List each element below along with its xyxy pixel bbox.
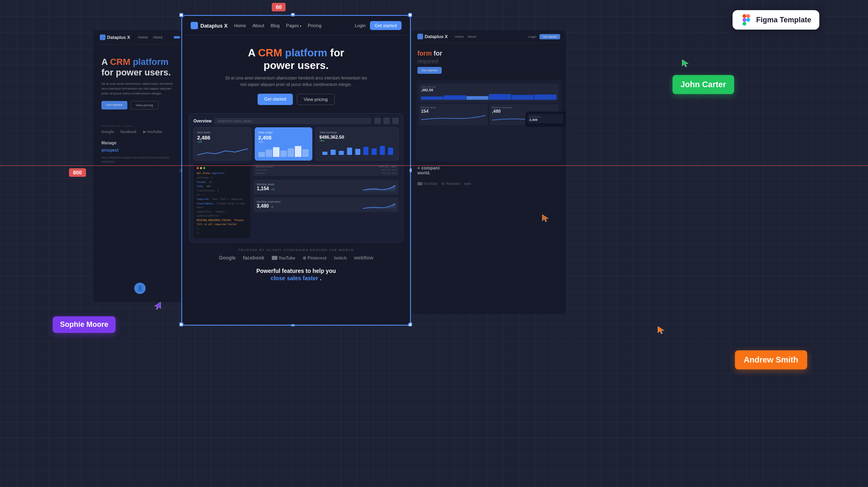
- brand-webflow: webflow: [354, 255, 373, 261]
- left-avatar: 👤: [134, 283, 146, 294]
- svg-rect-1: [331, 150, 335, 155]
- svg-rect-9: [743, 14, 746, 18]
- right-subtext: required: [417, 58, 560, 64]
- nav-about[interactable]: About: [253, 23, 264, 28]
- right-cta-btn[interactable]: Get started: [417, 67, 442, 74]
- left-get-started-btn[interactable]: Get started: [101, 101, 127, 109]
- guide-line-horizontal: [0, 165, 868, 166]
- right-page-preview: Dataplus X Home About Login Get started …: [412, 30, 566, 314]
- trusted-title: TRUSTED BY 10,000+ COMPANIES AROUND THE …: [189, 248, 403, 252]
- left-trusted-label: TRUSTED BY 10,000+: [101, 125, 178, 127]
- right-manage-title: + compani: [417, 165, 560, 170]
- main-nav: Dataplus X Home About Blog Pages Pricing…: [183, 16, 410, 35]
- svg-rect-11: [743, 18, 746, 21]
- features-section-text: Powerful features to help you close sale…: [183, 267, 410, 282]
- right-brand-youtube: YouTube: [417, 182, 437, 186]
- features-close-text: close: [271, 275, 285, 281]
- dashboard-icon-2: [383, 118, 390, 124]
- right-deals-value: 154: [421, 109, 486, 114]
- code-panel: dpl.forms.register( settings: { format: …: [193, 164, 250, 238]
- left-nav-cta: [174, 36, 180, 39]
- right-nav-about: About: [468, 35, 476, 39]
- main-hero-buttons: Get started View pricing: [192, 94, 400, 105]
- svg-rect-6: [372, 148, 376, 155]
- main-hero-headline: A CRM platform forpower users.: [192, 47, 400, 72]
- dashboard-lower: dpl.forms.register( settings: { format: …: [193, 164, 399, 238]
- main-get-started-btn[interactable]: Get started: [258, 94, 292, 105]
- right-cursor: [541, 214, 550, 225]
- stat-data-usage-value: 2,408: [258, 135, 309, 141]
- right-trusted: YouTube ⊕ Pinterest web: [412, 179, 566, 188]
- right-phone-mockup: QuadAnatica 2,408: [525, 112, 566, 127]
- features-period: .: [320, 275, 322, 281]
- stat-earnings-label: Total earnings: [319, 131, 395, 134]
- svg-rect-4: [355, 149, 360, 155]
- selection-handle-top-right[interactable]: [408, 13, 412, 17]
- nav-pages[interactable]: Pages: [286, 23, 301, 28]
- main-view-pricing-btn[interactable]: View pricing: [297, 94, 335, 105]
- selection-handle-top-left[interactable]: [179, 13, 183, 17]
- svg-rect-10: [746, 14, 750, 18]
- brand-logos-row: Google facebook YouTube ⊕ Pinterest twit…: [189, 255, 403, 261]
- metric-deals-value: 1,154: [257, 186, 269, 191]
- svg-rect-2: [339, 151, 344, 155]
- left-brand-youtube: ▶ YouTube: [143, 130, 162, 134]
- stat-earnings-value: $486,362.50: [319, 135, 395, 139]
- right-hero: form for required Get started: [412, 43, 566, 80]
- dashboard-preview: Overview Search for users, deals... New …: [189, 113, 403, 242]
- left-hero: A CRM platform for power users. Sit at u…: [93, 45, 187, 122]
- metric-deals-label: Monthly deals: [257, 183, 275, 186]
- left-brand-facebook: facebook: [120, 130, 137, 134]
- right-phone-stats: QuadAnatica 2,408: [528, 114, 563, 123]
- svg-rect-7: [380, 146, 385, 155]
- svg-rect-3: [347, 148, 352, 155]
- right-nav-login: Login: [529, 35, 537, 39]
- left-brand-logos: Google facebook ▶ YouTube: [101, 130, 178, 134]
- right-stat-earnings: Total earnings ,382.50: [419, 84, 559, 102]
- left-hero-headline: A CRM platform for power users.: [101, 57, 178, 78]
- svg-point-13: [746, 18, 750, 21]
- nav-home[interactable]: Home: [234, 23, 246, 28]
- right-logo: Dataplus X: [417, 34, 448, 39]
- left-view-pricing-btn[interactable]: View pricing: [131, 101, 159, 109]
- andrew-smith-name: Andrew Smith: [744, 355, 798, 364]
- sophie-moore-name: Sophie Moore: [60, 320, 108, 328]
- code-window-dots: [197, 167, 247, 169]
- right-nav-cta[interactable]: Get started: [539, 34, 560, 39]
- stat-new-leads: New leads 2,486 +2%: [193, 127, 251, 161]
- right-manage-subtitle: world.: [417, 170, 560, 175]
- andrew-smith-badge: Andrew Smith: [735, 350, 807, 369]
- width-label: 60: [272, 3, 286, 11]
- stat-data-usage-label: Data usage: [258, 131, 309, 134]
- main-logo: Dataplus X: [191, 22, 228, 29]
- left-nav-links: Home About: [138, 35, 163, 39]
- right-phone-value: 2,408: [529, 118, 562, 122]
- svg-rect-12: [743, 22, 746, 26]
- cursor-orange: [657, 326, 665, 337]
- dashboard-search[interactable]: Search for users, deals...: [215, 118, 371, 124]
- right-earnings-value: ,382.50: [421, 88, 556, 92]
- right-nav-right: Login Get started: [529, 34, 560, 39]
- left-prospect-text: prospect: [101, 148, 118, 152]
- metrics-panel: dpl.forms.name APR: 027 - MAY contactsfo…: [254, 164, 399, 238]
- figma-template-badge: Figma Template: [733, 10, 819, 30]
- right-nav-home: Home: [455, 35, 464, 39]
- nav-cta[interactable]: Get started: [370, 21, 402, 30]
- nav-login[interactable]: Login: [355, 23, 366, 28]
- brand-facebook: facebook: [243, 255, 264, 261]
- left-page-preview: Dataplus X Home About A CRM platform for…: [93, 30, 187, 302]
- figma-template-label: Figma Template: [756, 16, 811, 24]
- right-metric-deals: Monthly deals 154: [419, 104, 488, 125]
- metric-deals-change: +14: [271, 188, 275, 191]
- main-nav-right: Login Get started: [355, 21, 402, 30]
- nav-pricing[interactable]: Pricing: [308, 23, 322, 28]
- stat-new-leads-value: 2,486: [197, 135, 248, 141]
- left-brand-google: Google: [101, 130, 114, 134]
- youtube-icon: [272, 256, 277, 260]
- left-hero-btns: Get started View pricing: [101, 101, 178, 109]
- features-sales-faster-text: sales faster: [287, 275, 318, 281]
- dashboard-header: Overview Search for users, deals...: [193, 118, 399, 124]
- nav-blog[interactable]: Blog: [271, 23, 279, 28]
- brand-pinterest: ⊕ Pinterest: [303, 255, 327, 261]
- john-carter-name: John Carter: [681, 80, 726, 89]
